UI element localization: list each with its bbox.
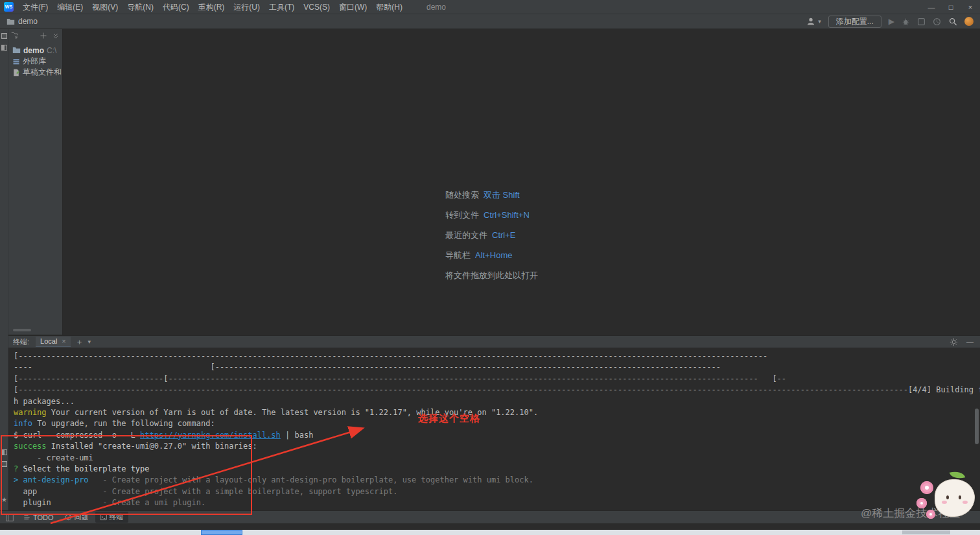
terminal-line: ---- [----------------------------------… <box>14 362 980 373</box>
toolbar-actions: ▾ 添加配置... ▶ <box>806 16 974 28</box>
hint-goto-file: 转到文件Ctrl+Shift+N <box>445 209 538 221</box>
terminal-text: plugin <box>14 498 51 507</box>
taskbar-tray-area <box>902 530 950 534</box>
project-scrollbar-thumb[interactable] <box>13 329 31 331</box>
terminal-line: ? Select the boilerplate type <box>14 464 980 475</box>
terminal-dropdown-icon[interactable]: ▾ <box>88 339 91 345</box>
terminal-text: - create-umi <box>14 453 93 462</box>
library-icon <box>12 58 20 65</box>
minimize-button[interactable]: — <box>922 0 941 14</box>
breadcrumb-project-name: demo <box>18 17 38 26</box>
terminal-header: 终端: Local × + ▾ — <box>8 335 980 348</box>
terminal-text: To upgrade, run the following command: <box>32 419 215 428</box>
tree-item-external-libraries[interactable]: 外部库 <box>8 56 62 67</box>
profiler-icon-disabled <box>933 18 941 26</box>
run-button-disabled: ▶ <box>889 17 894 26</box>
statusbar-item-problems[interactable]: 问题 <box>60 512 93 523</box>
terminal-line: [-------------------------------[-------… <box>14 374 980 385</box>
tree-item-scratches[interactable]: 草稿文件和 <box>8 67 62 78</box>
settings-gear-icon[interactable] <box>950 338 958 346</box>
chevron-down-icon: ▾ <box>818 18 821 25</box>
maximize-button[interactable]: □ <box>941 0 961 14</box>
expand-icon[interactable] <box>40 32 47 40</box>
terminal-text: $ curl --compressed -o- -L <box>14 431 140 440</box>
terminal-text: [-------------------------------[-------… <box>14 374 786 383</box>
menu-bar-items: 文件(F)编辑(E)视图(V)导航(N)代码(C)重构(R)运行(U)工具(T)… <box>18 0 407 14</box>
project-tree: demo C:\ 外部库 草稿文件和 <box>8 45 62 78</box>
collapse-all-icon[interactable] <box>52 32 60 40</box>
terminal-text: [---------------------------------------… <box>14 351 767 361</box>
terminal-line: warning Your current version of Yarn is … <box>14 407 980 418</box>
terminal-icon <box>100 514 107 521</box>
coverage-icon-disabled <box>917 18 926 26</box>
taskbar-active-app[interactable] <box>201 530 242 535</box>
menu-item-6[interactable]: 运行(U) <box>229 0 264 14</box>
tab-close-icon[interactable]: × <box>62 337 65 345</box>
flower-icon <box>926 510 935 519</box>
mascot-body <box>935 479 975 517</box>
window-title: demo <box>426 3 446 12</box>
flower-icon <box>920 481 933 494</box>
services-toolwindow-icon[interactable] <box>1 449 8 455</box>
problems-icon <box>65 514 72 521</box>
avatar[interactable] <box>964 17 974 26</box>
terminal-actions: — <box>950 338 980 346</box>
project-panel: demo C:\ 外部库 草稿文件和 <box>8 29 63 335</box>
terminal-tab-local[interactable]: Local × <box>36 337 71 347</box>
project-panel-toolbar <box>8 29 62 42</box>
close-button[interactable]: × <box>961 0 980 14</box>
menu-item-1[interactable]: 编辑(E) <box>52 0 88 14</box>
favorites-star-icon[interactable]: ★ <box>1 496 8 503</box>
terminal-output: [---------------------------------------… <box>14 351 980 509</box>
select-opened-file-icon[interactable] <box>11 32 19 40</box>
terminal-text: h packages... <box>14 397 75 406</box>
menu-item-3[interactable]: 导航(N) <box>122 0 158 14</box>
project-toolwindow-icon[interactable] <box>1 33 8 39</box>
hide-panel-icon[interactable]: — <box>966 338 974 346</box>
menu-item-10[interactable]: 帮助(H) <box>371 0 407 14</box>
editor-area: 随处搜索双击 Shift 转到文件Ctrl+Shift+N 最近的文件Ctrl+… <box>64 29 980 335</box>
terminal-text: warning <box>14 408 47 417</box>
terminal-line: plugin - Create a umi plugin. <box>14 497 980 508</box>
statusbar-item-terminal[interactable]: 终端 <box>95 512 128 523</box>
toolwindows-toggle-icon[interactable] <box>6 514 14 521</box>
user-icon[interactable] <box>806 17 815 26</box>
menu-item-7[interactable]: 工具(T) <box>264 0 299 14</box>
terminal-scrollbar-thumb[interactable] <box>975 409 979 444</box>
menu-bar: WS 文件(F)编辑(E)视图(V)导航(N)代码(C)重构(R)运行(U)工具… <box>0 0 980 14</box>
search-everywhere-icon[interactable] <box>948 17 957 26</box>
terminal-text: > ant-design-pro <box>14 475 89 484</box>
terminal-text: app <box>14 487 37 496</box>
terminal-text: - Create a umi plugin. <box>51 498 205 507</box>
hint-recent-files: 最近的文件Ctrl+E <box>445 230 538 241</box>
breadcrumb[interactable]: demo <box>6 17 38 26</box>
terminal-line: - create-umi <box>14 453 980 464</box>
hint-drop-files: 将文件拖放到此处以打开 <box>445 270 538 281</box>
add-configuration-button[interactable]: 添加配置... <box>828 16 881 28</box>
menu-item-0[interactable]: 文件(F) <box>18 0 52 14</box>
tree-item-project-root[interactable]: demo C:\ <box>8 45 62 56</box>
menu-item-4[interactable]: 代码(C) <box>158 0 194 14</box>
menu-item-2[interactable]: 视图(V) <box>88 0 122 14</box>
terminal-line: $ curl --compressed -o- -L https://yarnp… <box>14 430 980 441</box>
terminal-body[interactable]: [---------------------------------------… <box>8 348 980 510</box>
terminal-line: h packages... <box>14 396 980 407</box>
statusbar-item-todo[interactable]: TODO <box>19 513 58 522</box>
terminal-text: - Create project with a layout-only ant-… <box>89 475 533 484</box>
menu-item-8[interactable]: VCS(S) <box>299 0 334 14</box>
shortcut-hints: 随处搜索双击 Shift 转到文件Ctrl+Shift+N 最近的文件Ctrl+… <box>445 189 538 290</box>
terminal-line: [---------------------------------------… <box>14 385 980 396</box>
tree-item-path: C:\ <box>47 46 56 55</box>
hint-search-everywhere: 随处搜索双击 Shift <box>445 189 538 201</box>
menu-item-5[interactable]: 重构(R) <box>194 0 229 14</box>
terminal-text: Select the boilerplate type <box>18 464 149 473</box>
folder-icon <box>6 18 15 25</box>
hint-navigation-bar: 导航栏Alt+Home <box>445 250 538 261</box>
structure-toolwindow-icon[interactable] <box>1 461 8 467</box>
menu-item-9[interactable]: 窗口(W) <box>334 0 371 14</box>
os-taskbar-sliver <box>0 530 980 535</box>
debug-icon-disabled <box>902 18 910 26</box>
commit-toolwindow-icon[interactable] <box>1 45 8 51</box>
terminal-link[interactable]: https://yarnpkg.com/install.sh <box>140 431 281 440</box>
new-terminal-button[interactable]: + <box>77 337 82 347</box>
